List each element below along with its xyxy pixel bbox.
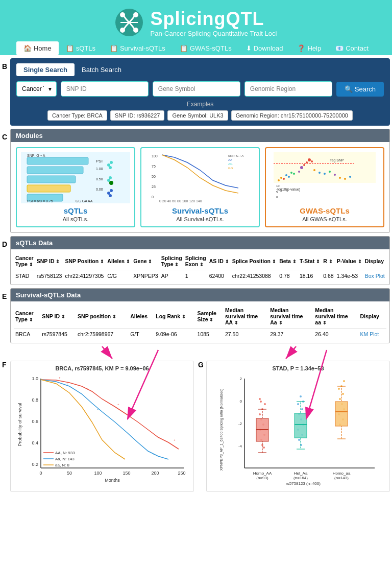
col-r: R ⇕ bbox=[322, 252, 335, 270]
nav-gwas-sqtls[interactable]: 📋 GWAS-sQTLs bbox=[173, 41, 239, 55]
sort-s8[interactable]: ⇕ bbox=[323, 320, 327, 325]
svg-text:+: + bbox=[66, 382, 68, 385]
logo-icon bbox=[115, 9, 143, 37]
cell-snp-id: rs5758123 bbox=[35, 270, 64, 282]
cancer-type-select[interactable]: Cancer Type bbox=[16, 81, 57, 97]
col-as-id: AS ID ⇕ bbox=[208, 252, 231, 270]
gene-symbol-input[interactable] bbox=[153, 81, 240, 97]
sort-s5[interactable]: ⇕ bbox=[209, 317, 213, 322]
svg-text:0.00: 0.00 bbox=[96, 187, 103, 191]
sort-icon-2[interactable]: ⇕ bbox=[56, 259, 60, 264]
sqtls-table: CancerType ⇕ SNP ID ⇕ SNP Position ⇕ All… bbox=[14, 252, 386, 281]
svg-text:2: 2 bbox=[240, 377, 242, 381]
nav-survival-sqtls[interactable]: 📋 Survival-sQTLs bbox=[103, 41, 173, 55]
svg-point-49 bbox=[308, 158, 311, 161]
module-sqtls[interactable]: PSI 1.00 0.50 0.00 PSI bbox=[16, 147, 135, 227]
genomic-region-input[interactable] bbox=[244, 81, 332, 97]
svg-text:0.8: 0.8 bbox=[32, 397, 38, 403]
section-b-label: B bbox=[2, 62, 7, 71]
svg-point-41 bbox=[285, 174, 287, 176]
svg-text:GG: GG bbox=[228, 167, 233, 170]
nav-help[interactable]: ❓ Help bbox=[290, 41, 328, 55]
sort-icon-9[interactable]: ⇕ bbox=[272, 259, 276, 264]
search-btn-label: Search bbox=[355, 85, 376, 93]
svg-text:+: + bbox=[97, 408, 99, 411]
sort-s2[interactable]: ⇕ bbox=[61, 314, 65, 319]
surv-cell-alleles: G/T bbox=[129, 329, 154, 340]
svg-point-17 bbox=[109, 166, 112, 169]
svg-point-138 bbox=[343, 380, 345, 382]
survival-sqtls-icon: 📋 bbox=[110, 44, 118, 52]
sort-s7[interactable]: ⇕ bbox=[279, 320, 283, 325]
examples-label: Examples bbox=[16, 101, 384, 108]
sort-icon[interactable]: ⇕ bbox=[29, 262, 33, 267]
nav-contact[interactable]: 📧 Contact bbox=[328, 41, 376, 55]
module-survival-subtitle: All Survival-sQTLs. bbox=[145, 216, 255, 222]
example-genomic-region[interactable]: Genomic Region: chr15:75100000-75200000 bbox=[231, 110, 353, 121]
svg-point-18 bbox=[107, 179, 110, 182]
sort-icon-13[interactable]: ⇕ bbox=[358, 259, 362, 264]
example-snp-id[interactable]: SNP ID: rs936227 bbox=[110, 110, 164, 121]
surv-cell-pos: chr2:75998967 bbox=[76, 329, 129, 340]
cell-spl-type: AP bbox=[160, 270, 184, 282]
nav-sqtls[interactable]: 📋 sQTLs bbox=[59, 41, 103, 55]
sort-icon-12[interactable]: ⇕ bbox=[329, 259, 333, 264]
svg-point-46 bbox=[300, 166, 303, 169]
example-cancer-type[interactable]: Cancer Type: BRCA bbox=[47, 110, 107, 121]
surv-cell-display[interactable]: KM Plot bbox=[358, 329, 386, 340]
col-snp-pos: SNP Position ⇕ bbox=[63, 252, 106, 270]
sort-icon-10[interactable]: ⇕ bbox=[292, 259, 297, 264]
single-search-tab[interactable]: Single Search bbox=[16, 63, 75, 76]
col-gene: Gene ⇕ bbox=[132, 252, 160, 270]
download-icon: ⬇ bbox=[246, 44, 252, 52]
cell-splice-pos: chr22:41253088 bbox=[231, 270, 278, 282]
sort-icon-11[interactable]: ⇕ bbox=[316, 259, 320, 264]
sort-icon-5[interactable]: ⇕ bbox=[148, 259, 152, 264]
sort-s3[interactable]: ⇕ bbox=[112, 314, 116, 319]
nav-survival-label: Survival-sQTLs bbox=[120, 44, 165, 52]
svg-text:(n=164): (n=164) bbox=[293, 476, 308, 480]
cell-alleles: C/G bbox=[106, 270, 132, 282]
svg-rect-147 bbox=[335, 402, 348, 426]
module-gwas[interactable]: Tag SNP -log10(p-value) 10 5 0 GWAS-sQTL… bbox=[265, 147, 384, 227]
module-survival[interactable]: 100 75 50 25 0 SNP: G→A AA AG GG 0 20 40… bbox=[140, 147, 260, 227]
surv-cell-med-aa: 27.50 bbox=[224, 329, 268, 340]
search-tabs: Single Search Batch Search bbox=[16, 63, 384, 76]
sort-icon-4[interactable]: ⇕ bbox=[126, 259, 130, 264]
svg-point-58 bbox=[349, 176, 351, 178]
module-sqtls-subtitle: All sQTLs. bbox=[21, 216, 130, 222]
svg-point-3 bbox=[120, 28, 125, 33]
svg-text:Tag SNP: Tag SNP bbox=[330, 158, 344, 162]
svg-point-45 bbox=[298, 171, 300, 173]
svg-text:200: 200 bbox=[151, 471, 159, 476]
svg-point-50 bbox=[311, 160, 313, 162]
sort-s1[interactable]: ⇕ bbox=[29, 317, 33, 322]
svg-text:0.4: 0.4 bbox=[32, 440, 38, 445]
svg-point-113 bbox=[260, 401, 262, 403]
search-button[interactable]: 🔍 Search bbox=[336, 82, 384, 97]
svg-text:1.0: 1.0 bbox=[32, 376, 38, 381]
km-chart: 1.0 0.8 0.6 0.4 0.2 0 50 100 150 200 250… bbox=[15, 373, 189, 486]
svg-text:50: 50 bbox=[67, 471, 72, 476]
batch-search-tab[interactable]: Batch Search bbox=[75, 63, 129, 76]
chart-g-title: STAD, P = 1.34e−53 bbox=[211, 365, 385, 371]
svg-text:0.6: 0.6 bbox=[32, 419, 38, 424]
sort-s6[interactable]: ⇕ bbox=[234, 320, 238, 325]
col-display: Display bbox=[363, 252, 386, 270]
example-gene-symbol[interactable]: Gene Symbol: ULK3 bbox=[167, 110, 228, 121]
surv-col-snp: SNP ID ⇕ bbox=[40, 304, 76, 329]
sort-icon-6[interactable]: ⇕ bbox=[175, 262, 179, 267]
sort-icon-7[interactable]: ⇕ bbox=[200, 262, 204, 267]
svg-text:100: 100 bbox=[94, 471, 102, 476]
sort-icon-8[interactable]: ⇕ bbox=[225, 259, 229, 264]
cell-cancer-type: STAD bbox=[14, 270, 35, 282]
nav-download[interactable]: ⬇ Download bbox=[239, 41, 290, 55]
nav-home[interactable]: 🏠 Home bbox=[16, 41, 59, 55]
cell-display[interactable]: Box Plot bbox=[363, 270, 386, 282]
svg-point-51 bbox=[313, 169, 315, 171]
svg-point-123 bbox=[301, 408, 303, 410]
svg-text:+: + bbox=[59, 376, 61, 379]
sort-s4[interactable]: ⇕ bbox=[182, 314, 186, 319]
sort-icon-3[interactable]: ⇕ bbox=[100, 259, 104, 264]
snp-id-input[interactable] bbox=[61, 81, 149, 97]
